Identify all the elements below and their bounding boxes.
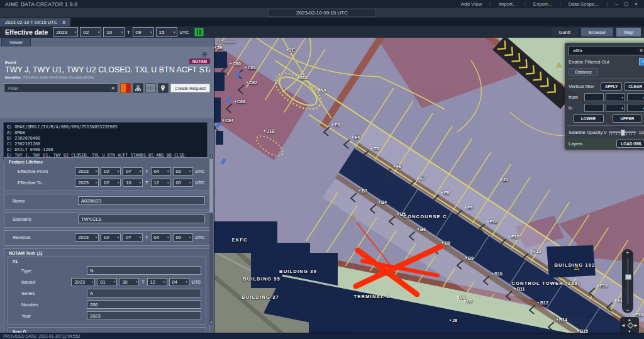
datetime-bar: 2023-02-10 09:15 UTC xyxy=(0,8,644,18)
map-label: F13 xyxy=(531,249,541,253)
day-select[interactable]: 30▾ xyxy=(119,278,139,286)
pan-right-icon[interactable]: ▶ xyxy=(635,323,637,327)
day-select[interactable]: 07▾ xyxy=(123,233,143,242)
upper-button[interactable]: UPPER xyxy=(613,114,643,123)
map-button[interactable]: Map xyxy=(616,28,641,36)
from-value-field[interactable]: . xyxy=(584,93,604,101)
scenario-label: Scenario xyxy=(9,216,78,222)
map-label: BUILDING 37 xyxy=(242,295,279,300)
from-ref-select[interactable]: ▾ xyxy=(627,93,644,101)
menu-export[interactable]: Export... xyxy=(531,1,555,7)
tab-bar: 2023-02-10 T 09:15 UTC X xyxy=(0,18,644,26)
day-select[interactable]: 07▾ xyxy=(123,167,143,175)
severity-flag-icon[interactable] xyxy=(120,83,131,93)
zoom-slider-handle[interactable] xyxy=(625,274,631,280)
slider-handle[interactable] xyxy=(621,130,625,136)
zoom-out-icon[interactable]: − xyxy=(622,307,633,313)
minute-select[interactable]: 00▾ xyxy=(173,167,193,175)
hour-select[interactable]: 12▾ xyxy=(151,179,171,187)
pan-center-icon[interactable] xyxy=(627,322,633,328)
pause-button[interactable] xyxy=(194,28,204,36)
menu-add-view[interactable]: Add View xyxy=(458,1,485,7)
effective-date-bar: Effective date 2023▾02▾10▾T09▾15▾UTC Gan… xyxy=(0,26,644,38)
airport-map[interactable]: 59C60C61C62C63C642EJ1AYAJ1BF3F4T5F6F7F8F… xyxy=(214,38,644,333)
minute-select[interactable]: 15▾ xyxy=(156,27,177,37)
panel-search-input[interactable] xyxy=(572,47,639,54)
dropdown-arrow-icon: ▾ xyxy=(98,30,100,34)
month-select[interactable]: 02▾ xyxy=(101,167,121,175)
map-pan-control[interactable]: ▲ ▼ ◀ ▶ xyxy=(620,317,639,333)
map-zoom-control[interactable]: + − xyxy=(622,249,633,313)
gantt-button[interactable]: Gantt xyxy=(552,28,578,36)
minute-select[interactable]: 00▾ xyxy=(173,233,193,242)
scenario-input[interactable]: TWY.CLS xyxy=(78,214,205,223)
minimize-icon[interactable]: – xyxy=(615,1,618,7)
pan-up-icon[interactable]: ▲ xyxy=(628,318,631,321)
number-input[interactable]: 206 xyxy=(87,300,201,309)
from-unit-select[interactable]: ▾ xyxy=(606,93,625,101)
map-label: B6 xyxy=(418,227,426,231)
apply-button[interactable]: APPLY xyxy=(601,82,622,91)
minute-select[interactable]: 00▾ xyxy=(173,179,193,187)
hour-select[interactable]: 04▾ xyxy=(151,233,171,242)
dropdown-arrow-icon: ▾ xyxy=(118,169,119,173)
minute-select[interactable]: 04▾ xyxy=(169,278,189,286)
pan-left-icon[interactable]: ◀ xyxy=(622,323,625,327)
month-select[interactable]: 01▾ xyxy=(97,278,117,286)
effective-to-controls: 2023▾02▾10▾T12▾00▾UTC xyxy=(75,179,205,187)
tab-close-icon[interactable]: X xyxy=(62,19,65,25)
to-ref-select[interactable]: ▾ xyxy=(627,104,644,112)
name-input[interactable]: A0206/23 xyxy=(78,196,205,205)
session-tab[interactable]: 2023-02-10 T 09:15 UTC X xyxy=(0,18,70,26)
close-icon[interactable]: × xyxy=(635,1,638,7)
distance-button[interactable]: Distance xyxy=(569,68,598,76)
menu-import[interactable]: Import... xyxy=(496,1,519,7)
hierarchy-icon[interactable] xyxy=(133,83,143,93)
create-request-button[interactable]: Create Request xyxy=(170,84,210,92)
location-pin-icon[interactable] xyxy=(158,83,169,93)
year-select[interactable]: 2023▾ xyxy=(75,167,99,175)
enable-filtered-out-checkbox[interactable]: ✓ xyxy=(639,58,644,65)
type-input[interactable]: N xyxy=(87,266,201,275)
viewer-tab[interactable]: Viewer xyxy=(1,38,31,47)
year-select[interactable]: 2023▾ xyxy=(75,233,99,242)
year-select[interactable]: 2023▾ xyxy=(53,27,78,37)
year-input[interactable]: 2023 xyxy=(87,311,201,320)
filter-clear-icon[interactable]: ✕ xyxy=(111,86,115,91)
year-select[interactable]: 2023▾ xyxy=(71,278,95,286)
menu-data-scope[interactable]: Data Scope... xyxy=(566,1,601,7)
month-select[interactable]: 02▾ xyxy=(101,233,121,242)
map-label: F10 xyxy=(487,220,497,224)
day-select[interactable]: 10▾ xyxy=(123,179,143,187)
month-select[interactable]: 02▾ xyxy=(80,27,101,37)
scroll-down-icon[interactable]: ▼ xyxy=(209,321,213,325)
zoom-in-icon[interactable]: + xyxy=(622,250,633,256)
collapse-circle-icon[interactable]: ⊕ xyxy=(202,50,208,58)
map-label: B9 xyxy=(465,256,474,260)
year-select[interactable]: 2023▾ xyxy=(75,179,99,187)
map-label: BUILDING 39 xyxy=(279,269,317,274)
map-label: 17 zoom xyxy=(218,40,235,44)
to-unit-select[interactable]: ▾ xyxy=(606,104,625,112)
day-select[interactable]: 10▾ xyxy=(103,27,125,37)
month-select[interactable]: 02▾ xyxy=(101,179,121,187)
to-value-field[interactable]: . xyxy=(584,104,604,112)
effective-from-controls: 2023▾02▾07▾T04▾00▾UTC xyxy=(75,167,205,175)
clear-button[interactable]: CLEAR xyxy=(624,82,644,91)
maximize-icon[interactable]: ◻ xyxy=(625,1,629,7)
hour-select[interactable]: 09▾ xyxy=(133,27,154,37)
form-scrollbar[interactable]: ▲ ▼ xyxy=(209,155,213,325)
scrollbar-thumb[interactable] xyxy=(209,158,213,213)
filter-input[interactable] xyxy=(7,85,111,92)
hour-select[interactable]: 04▾ xyxy=(151,167,171,175)
satellite-opacity-label: Satellite Opacity 0 xyxy=(569,130,606,135)
lower-button[interactable]: LOWER xyxy=(573,114,604,123)
link-icon[interactable] xyxy=(145,83,156,93)
panel-search-clear-icon[interactable]: ✕ xyxy=(639,48,643,53)
load-gml-button[interactable]: LOAD GML xyxy=(616,140,644,148)
browser-button[interactable]: Browser xyxy=(581,28,614,36)
series-input[interactable]: A xyxy=(87,289,201,297)
hour-select[interactable]: 12▾ xyxy=(147,278,167,286)
satellite-opacity-slider[interactable] xyxy=(609,129,636,135)
map-label: EKFC xyxy=(231,238,247,243)
